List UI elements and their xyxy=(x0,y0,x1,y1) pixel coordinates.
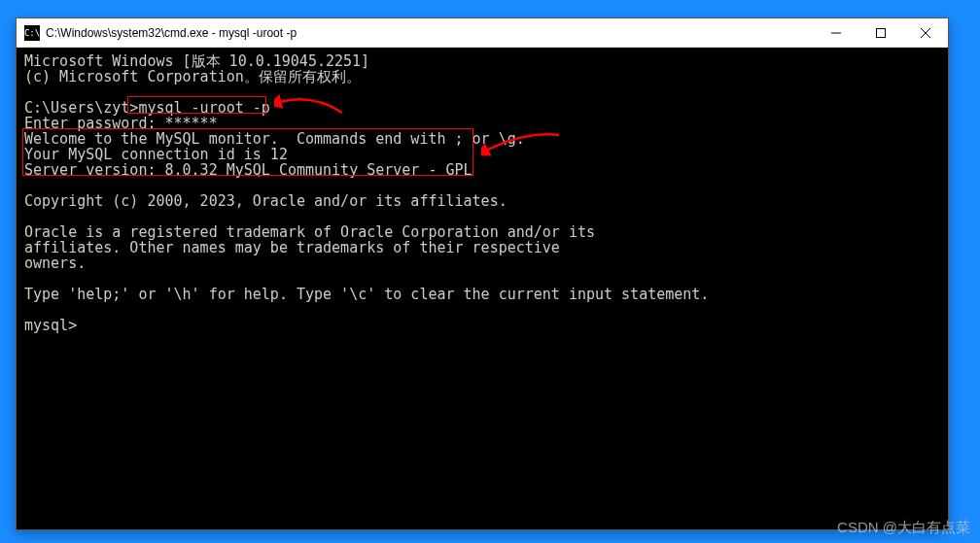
minimize-icon xyxy=(831,28,841,38)
terminal-body[interactable]: Microsoft Windows [版本 10.0.19045.2251] (… xyxy=(17,48,948,529)
maximize-icon xyxy=(876,28,886,38)
close-icon xyxy=(921,28,930,38)
titlebar-text: C:\Windows\system32\cmd.exe - mysql -uro… xyxy=(46,26,814,40)
cmd-icon xyxy=(24,25,40,41)
close-button[interactable] xyxy=(903,18,948,47)
titlebar[interactable]: C:\Windows\system32\cmd.exe - mysql -uro… xyxy=(17,18,948,48)
highlight-box-command xyxy=(127,96,266,114)
arrow-annotation-1 xyxy=(274,88,352,118)
highlight-box-welcome xyxy=(22,128,473,176)
arrow-annotation-2 xyxy=(481,129,569,168)
maximize-button[interactable] xyxy=(858,18,903,47)
window-controls xyxy=(814,18,948,47)
cmd-window: C:\Windows\system32\cmd.exe - mysql -uro… xyxy=(16,17,949,530)
svg-rect-1 xyxy=(877,28,886,37)
minimize-button[interactable] xyxy=(814,18,858,47)
